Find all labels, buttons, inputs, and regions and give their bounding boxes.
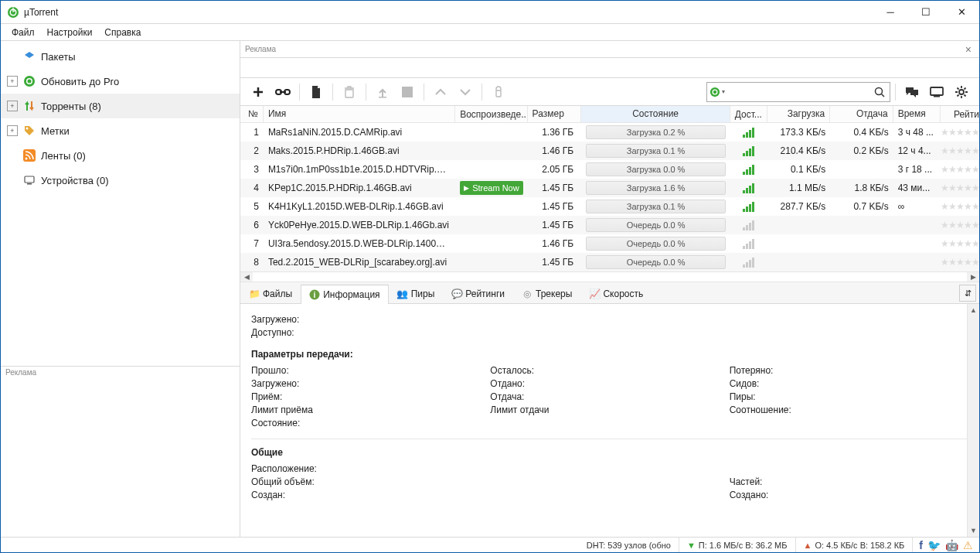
twitter-icon[interactable]: 🐦 bbox=[927, 539, 941, 551]
add-url-button[interactable] bbox=[271, 81, 294, 103]
menu-file[interactable]: Файл bbox=[7, 26, 39, 39]
statusbar: DHT: 539 узлов (обно ▼П: 1.6 МБ/с В: 36.… bbox=[1, 537, 979, 552]
table-row[interactable]: 4KPep1C.2015.P.HDRip.1.46GB.avi▶Stream N… bbox=[240, 179, 979, 197]
tab-files[interactable]: 📁Файлы bbox=[240, 284, 301, 303]
detail-panel: Загружено: Доступно: Параметры передачи:… bbox=[240, 304, 979, 537]
sidebar-feeds[interactable]: Ленты (0) bbox=[1, 143, 240, 168]
vertical-scrollbar[interactable]: ▲ ▼ bbox=[967, 304, 979, 537]
stop-button[interactable] bbox=[396, 81, 419, 103]
delete-button[interactable] bbox=[338, 81, 361, 103]
col-time[interactable]: Время bbox=[893, 106, 941, 122]
col-size[interactable]: Размер bbox=[528, 106, 582, 122]
detail-avail: Доступно: bbox=[251, 327, 968, 338]
expand-icon[interactable]: + bbox=[7, 125, 18, 136]
scroll-right-icon[interactable]: ▶ bbox=[967, 272, 979, 282]
settings-button[interactable] bbox=[950, 81, 973, 103]
start-button[interactable] bbox=[371, 81, 394, 103]
sidebar-item-label: Торренты (8) bbox=[41, 101, 101, 112]
detail-transfer-header: Параметры передачи: bbox=[251, 346, 968, 360]
expand-icon[interactable]: + bbox=[7, 76, 18, 87]
remote-access-button[interactable] bbox=[925, 81, 948, 103]
collapse-detail-button[interactable]: ⇵ bbox=[959, 285, 976, 302]
sidebar-item-label: Метки bbox=[41, 125, 70, 137]
top-ad-bar: Реклама × bbox=[240, 41, 979, 58]
ad-placeholder bbox=[240, 58, 979, 78]
table-row[interactable]: 2Maks.2015.P.HDRip.1.46GB.avi1.46 ГБЗагр… bbox=[240, 142, 979, 160]
expand-icon[interactable]: + bbox=[7, 101, 18, 111]
chat-button[interactable] bbox=[900, 81, 924, 103]
status-download: ▼П: 1.6 МБ/с В: 36.2 МБ bbox=[679, 538, 796, 552]
upgrade-icon bbox=[22, 74, 36, 88]
sidebar-ad: Реклама bbox=[1, 366, 240, 537]
sidebar-packages[interactable]: Пакеты bbox=[1, 44, 240, 69]
add-torrent-button[interactable] bbox=[247, 81, 270, 103]
col-avail[interactable]: Дост... bbox=[730, 106, 767, 122]
tab-peers[interactable]: 👥Пиры bbox=[389, 284, 444, 303]
scroll-down-icon[interactable]: ▼ bbox=[968, 524, 979, 537]
table-row[interactable]: 7UI3ra.5endosy.2015.D.WEB-DLRip.1400MB.a… bbox=[240, 234, 979, 253]
menu-help[interactable]: Справка bbox=[100, 26, 145, 39]
status-upload: ▲О: 4.5 КБ/с В: 158.2 КБ bbox=[796, 538, 914, 552]
svg-point-21 bbox=[876, 87, 883, 94]
stream-now-button[interactable]: ▶Stream Now bbox=[460, 181, 522, 195]
table-row[interactable]: 1MaRs1aNiN.2015.D.CAMRip.avi1.36 ГБЗагру… bbox=[240, 123, 979, 142]
devices-icon bbox=[22, 173, 36, 187]
sidebar-upgrade[interactable]: + Обновить до Pro bbox=[1, 69, 240, 94]
tab-trackers[interactable]: ◎Трекеры bbox=[513, 284, 580, 303]
search-input[interactable] bbox=[727, 83, 869, 101]
content: Реклама × ▾ bbox=[240, 41, 979, 537]
ratings-icon: 💬 bbox=[451, 288, 462, 299]
sidebar-torrents[interactable]: + Торренты (8) bbox=[1, 94, 240, 118]
tab-info[interactable]: iИнформация bbox=[301, 285, 388, 304]
scroll-up-icon[interactable]: ▲ bbox=[968, 304, 979, 316]
col-num[interactable]: № bbox=[240, 106, 264, 122]
col-name[interactable]: Имя bbox=[264, 106, 455, 122]
search-go-icon[interactable] bbox=[869, 87, 890, 97]
sidebar-item-label: Обновить до Pro bbox=[41, 76, 119, 87]
maximize-button[interactable]: ☐ bbox=[908, 1, 944, 23]
sidebar-item-label: Ленты (0) bbox=[41, 150, 86, 162]
app-logo-icon bbox=[7, 6, 19, 19]
col-down[interactable]: Загрузка bbox=[767, 106, 831, 122]
svg-rect-10 bbox=[25, 176, 34, 183]
svg-rect-16 bbox=[402, 87, 413, 97]
android-icon[interactable]: 🤖 bbox=[945, 539, 958, 551]
table-row[interactable]: 8Ted.2.2015_WEB-DLRip_[scarabey.org].avi… bbox=[240, 253, 979, 271]
col-rating[interactable]: Рейти bbox=[941, 106, 979, 122]
sidebar-devices[interactable]: Устройства (0) bbox=[1, 168, 240, 193]
status-dht: DHT: 539 узлов (обно bbox=[579, 538, 679, 552]
menu-settings[interactable]: Настройки bbox=[43, 26, 97, 39]
remote-button[interactable] bbox=[487, 81, 510, 103]
svg-point-24 bbox=[959, 90, 964, 94]
horizontal-scrollbar[interactable]: ◀ ▶ bbox=[240, 271, 979, 282]
create-torrent-button[interactable] bbox=[305, 81, 328, 103]
svg-point-7 bbox=[26, 128, 29, 130]
table-row[interactable]: 3M1s7i0n.1mP0ss1b1e.2015.D.HDTVRip.2100.… bbox=[240, 160, 979, 179]
table-row[interactable]: 5K4H1KyL1.2015D.WEB-DLRip.1.46GB.avi1.45… bbox=[240, 197, 979, 216]
menubar: Файл Настройки Справка bbox=[1, 24, 979, 41]
scroll-left-icon[interactable]: ◀ bbox=[240, 272, 253, 282]
sidebar-tags[interactable]: + Метки bbox=[1, 118, 240, 143]
search-provider-icon[interactable]: ▾ bbox=[707, 87, 727, 97]
search-box[interactable]: ▾ bbox=[706, 82, 890, 102]
col-play[interactable]: Воспроизведе... bbox=[455, 106, 527, 122]
tab-ratings[interactable]: 💬Рейтинги bbox=[443, 284, 513, 303]
minimize-button[interactable]: ─ bbox=[873, 1, 908, 23]
col-up[interactable]: Отдача bbox=[830, 106, 893, 122]
facebook-icon[interactable]: f bbox=[919, 539, 923, 551]
move-down-button[interactable] bbox=[454, 81, 477, 103]
move-up-button[interactable] bbox=[429, 81, 452, 103]
table-row[interactable]: 6Yck0PeHye.2015.D.WEB-DLRip.1.46Gb.avi1.… bbox=[240, 216, 979, 234]
window-title: µTorrent bbox=[24, 7, 58, 18]
sidebar-item-label: Устройства (0) bbox=[41, 175, 109, 186]
warning-icon[interactable]: ⚠ bbox=[963, 539, 973, 551]
close-button[interactable]: ✕ bbox=[944, 1, 979, 23]
svg-rect-11 bbox=[27, 183, 32, 185]
tab-speed[interactable]: 📈Скорость bbox=[580, 284, 652, 303]
trackers-icon: ◎ bbox=[522, 288, 533, 299]
ad-close-button[interactable]: × bbox=[962, 43, 975, 56]
col-state[interactable]: Состояние bbox=[581, 106, 730, 122]
detail-general-header: Общие bbox=[251, 439, 968, 458]
svg-rect-22 bbox=[931, 87, 943, 95]
torrents-icon bbox=[22, 99, 36, 113]
